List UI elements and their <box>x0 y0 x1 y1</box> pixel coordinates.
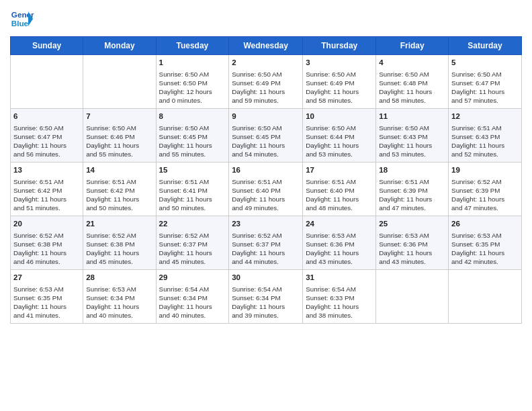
calendar-cell: 24Sunrise: 6:53 AM Sunset: 6:36 PM Dayli… <box>303 216 376 270</box>
day-info: Sunrise: 6:52 AM Sunset: 6:39 PM Dayligh… <box>451 177 519 213</box>
header: General Blue <box>10 7 522 31</box>
week-row-4: 20Sunrise: 6:52 AM Sunset: 6:38 PM Dayli… <box>11 216 522 270</box>
calendar-cell: 12Sunrise: 6:51 AM Sunset: 6:43 PM Dayli… <box>449 109 522 163</box>
weekday-header-thursday: Thursday <box>303 37 376 55</box>
week-row-1: 1Sunrise: 6:50 AM Sunset: 6:50 PM Daylig… <box>11 55 522 109</box>
day-number: 25 <box>379 219 445 230</box>
day-number: 29 <box>159 273 226 283</box>
calendar-cell: 17Sunrise: 6:51 AM Sunset: 6:40 PM Dayli… <box>303 163 376 216</box>
calendar-table: SundayMondayTuesdayWednesdayThursdayFrid… <box>10 36 522 324</box>
calendar-cell: 8Sunrise: 6:50 AM Sunset: 6:45 PM Daylig… <box>156 109 229 163</box>
day-number: 24 <box>306 219 373 230</box>
day-number: 15 <box>159 165 226 176</box>
day-number: 16 <box>232 165 300 176</box>
day-number: 23 <box>232 219 300 230</box>
logo: General Blue <box>10 7 34 31</box>
calendar-cell: 26Sunrise: 6:53 AM Sunset: 6:35 PM Dayli… <box>449 216 522 270</box>
calendar-cell <box>83 55 156 109</box>
day-number: 14 <box>86 165 152 176</box>
week-row-3: 13Sunrise: 6:51 AM Sunset: 6:42 PM Dayli… <box>11 163 522 216</box>
svg-text:Blue: Blue <box>11 19 29 28</box>
calendar-page: General Blue SundayMondayTuesdayWednesda… <box>0 0 532 411</box>
day-number: 11 <box>379 111 445 122</box>
day-info: Sunrise: 6:50 AM Sunset: 6:47 PM Dayligh… <box>13 124 80 159</box>
calendar-cell: 25Sunrise: 6:53 AM Sunset: 6:36 PM Dayli… <box>376 216 449 270</box>
calendar-cell: 14Sunrise: 6:51 AM Sunset: 6:42 PM Dayli… <box>83 163 156 216</box>
calendar-cell <box>11 55 83 109</box>
calendar-cell: 1Sunrise: 6:50 AM Sunset: 6:50 PM Daylig… <box>156 55 229 109</box>
calendar-cell: 11Sunrise: 6:50 AM Sunset: 6:43 PM Dayli… <box>376 109 449 163</box>
calendar-cell <box>376 270 449 324</box>
day-number: 20 <box>13 219 80 230</box>
day-number: 8 <box>159 111 226 122</box>
calendar-cell: 21Sunrise: 6:52 AM Sunset: 6:38 PM Dayli… <box>83 216 156 270</box>
day-info: Sunrise: 6:52 AM Sunset: 6:37 PM Dayligh… <box>159 231 226 267</box>
calendar-cell: 23Sunrise: 6:52 AM Sunset: 6:37 PM Dayli… <box>229 216 303 270</box>
calendar-cell: 7Sunrise: 6:50 AM Sunset: 6:46 PM Daylig… <box>83 109 156 163</box>
day-info: Sunrise: 6:51 AM Sunset: 6:42 PM Dayligh… <box>13 177 80 213</box>
day-info: Sunrise: 6:54 AM Sunset: 6:34 PM Dayligh… <box>232 285 300 320</box>
day-info: Sunrise: 6:51 AM Sunset: 6:42 PM Dayligh… <box>86 177 152 213</box>
day-info: Sunrise: 6:53 AM Sunset: 6:35 PM Dayligh… <box>13 285 80 320</box>
weekday-header-saturday: Saturday <box>449 37 522 55</box>
weekday-header-wednesday: Wednesday <box>229 37 303 55</box>
day-number: 18 <box>379 165 445 176</box>
weekday-header-friday: Friday <box>376 37 449 55</box>
calendar-cell: 31Sunrise: 6:54 AM Sunset: 6:33 PM Dayli… <box>303 270 376 324</box>
day-number: 10 <box>306 111 373 122</box>
day-info: Sunrise: 6:50 AM Sunset: 6:49 PM Dayligh… <box>232 70 300 105</box>
day-number: 9 <box>232 111 300 122</box>
calendar-cell: 15Sunrise: 6:51 AM Sunset: 6:41 PM Dayli… <box>156 163 229 216</box>
day-number: 12 <box>451 111 519 122</box>
day-number: 13 <box>13 165 80 176</box>
calendar-cell: 3Sunrise: 6:50 AM Sunset: 6:49 PM Daylig… <box>303 55 376 109</box>
day-info: Sunrise: 6:53 AM Sunset: 6:36 PM Dayligh… <box>306 231 373 267</box>
calendar-cell: 9Sunrise: 6:50 AM Sunset: 6:45 PM Daylig… <box>229 109 303 163</box>
day-number: 26 <box>451 219 519 230</box>
day-info: Sunrise: 6:50 AM Sunset: 6:44 PM Dayligh… <box>306 124 373 159</box>
calendar-cell: 18Sunrise: 6:51 AM Sunset: 6:39 PM Dayli… <box>376 163 449 216</box>
day-number: 3 <box>306 58 373 68</box>
weekday-header-sunday: Sunday <box>11 37 83 55</box>
day-info: Sunrise: 6:54 AM Sunset: 6:34 PM Dayligh… <box>159 285 226 320</box>
weekday-header-monday: Monday <box>83 37 156 55</box>
day-number: 6 <box>13 111 80 122</box>
day-info: Sunrise: 6:50 AM Sunset: 6:46 PM Dayligh… <box>86 124 152 159</box>
calendar-cell: 30Sunrise: 6:54 AM Sunset: 6:34 PM Dayli… <box>229 270 303 324</box>
calendar-cell: 20Sunrise: 6:52 AM Sunset: 6:38 PM Dayli… <box>11 216 83 270</box>
day-number: 5 <box>451 58 519 68</box>
calendar-cell: 10Sunrise: 6:50 AM Sunset: 6:44 PM Dayli… <box>303 109 376 163</box>
day-info: Sunrise: 6:51 AM Sunset: 6:39 PM Dayligh… <box>379 177 445 213</box>
day-number: 4 <box>379 58 445 68</box>
day-number: 31 <box>306 273 373 283</box>
logo-icon: General Blue <box>10 7 34 31</box>
calendar-cell: 22Sunrise: 6:52 AM Sunset: 6:37 PM Dayli… <box>156 216 229 270</box>
day-info: Sunrise: 6:52 AM Sunset: 6:38 PM Dayligh… <box>13 231 80 267</box>
day-info: Sunrise: 6:51 AM Sunset: 6:41 PM Dayligh… <box>159 177 226 213</box>
day-info: Sunrise: 6:51 AM Sunset: 6:40 PM Dayligh… <box>232 177 300 213</box>
day-info: Sunrise: 6:50 AM Sunset: 6:47 PM Dayligh… <box>451 70 519 105</box>
calendar-cell: 28Sunrise: 6:53 AM Sunset: 6:34 PM Dayli… <box>83 270 156 324</box>
day-info: Sunrise: 6:54 AM Sunset: 6:33 PM Dayligh… <box>306 285 373 320</box>
day-number: 30 <box>232 273 300 283</box>
calendar-cell: 4Sunrise: 6:50 AM Sunset: 6:48 PM Daylig… <box>376 55 449 109</box>
day-number: 19 <box>451 165 519 176</box>
day-number: 17 <box>306 165 373 176</box>
weekday-header-row: SundayMondayTuesdayWednesdayThursdayFrid… <box>11 37 522 55</box>
calendar-cell: 19Sunrise: 6:52 AM Sunset: 6:39 PM Dayli… <box>449 163 522 216</box>
day-number: 1 <box>159 58 226 68</box>
day-info: Sunrise: 6:50 AM Sunset: 6:43 PM Dayligh… <box>379 124 445 159</box>
day-info: Sunrise: 6:53 AM Sunset: 6:35 PM Dayligh… <box>451 231 519 267</box>
day-info: Sunrise: 6:50 AM Sunset: 6:50 PM Dayligh… <box>159 70 226 105</box>
week-row-2: 6Sunrise: 6:50 AM Sunset: 6:47 PM Daylig… <box>11 109 522 163</box>
day-number: 28 <box>86 273 152 283</box>
day-info: Sunrise: 6:53 AM Sunset: 6:36 PM Dayligh… <box>379 231 445 267</box>
day-info: Sunrise: 6:50 AM Sunset: 6:45 PM Dayligh… <box>159 124 226 159</box>
calendar-cell: 29Sunrise: 6:54 AM Sunset: 6:34 PM Dayli… <box>156 270 229 324</box>
day-info: Sunrise: 6:51 AM Sunset: 6:43 PM Dayligh… <box>451 124 519 159</box>
day-number: 21 <box>86 219 152 230</box>
calendar-cell: 2Sunrise: 6:50 AM Sunset: 6:49 PM Daylig… <box>229 55 303 109</box>
day-number: 22 <box>159 219 226 230</box>
calendar-cell: 6Sunrise: 6:50 AM Sunset: 6:47 PM Daylig… <box>11 109 83 163</box>
day-info: Sunrise: 6:50 AM Sunset: 6:49 PM Dayligh… <box>306 70 373 105</box>
